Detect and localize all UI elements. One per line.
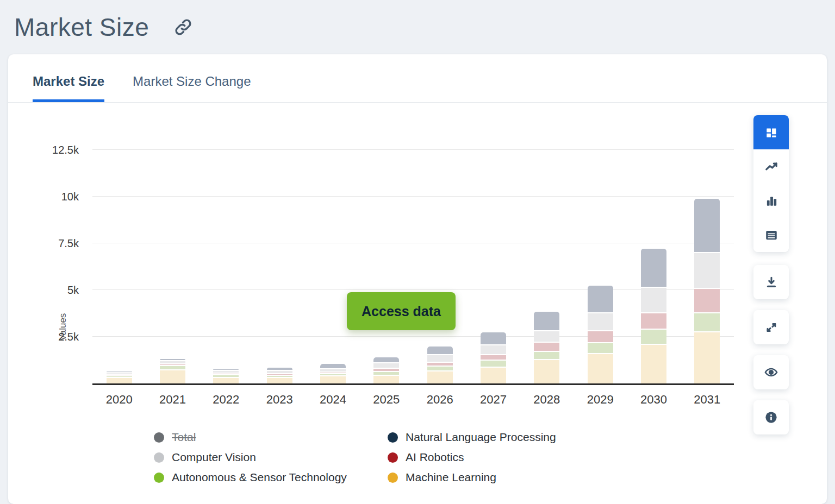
bar-segment[interactable] bbox=[588, 331, 613, 342]
bar-segment[interactable] bbox=[694, 199, 720, 252]
bar-segment[interactable] bbox=[534, 343, 559, 351]
bar-segment[interactable] bbox=[107, 375, 132, 375]
gridline bbox=[92, 196, 734, 197]
bar-segment[interactable] bbox=[427, 346, 453, 354]
bar-segment[interactable] bbox=[267, 378, 292, 383]
bar-segment[interactable] bbox=[534, 331, 559, 342]
tab-market-size[interactable]: Market Size bbox=[33, 74, 104, 102]
access-data-button[interactable]: Access data bbox=[347, 292, 456, 330]
bar-segment[interactable] bbox=[588, 286, 613, 312]
bar-segment[interactable] bbox=[427, 355, 453, 362]
legend-item[interactable]: Total bbox=[154, 431, 388, 444]
legend-item[interactable]: AI Robotics bbox=[388, 451, 556, 464]
chart-type-switcher bbox=[753, 115, 789, 252]
dashboard-view-button[interactable] bbox=[753, 115, 789, 149]
line-chart-button[interactable] bbox=[753, 149, 789, 184]
bar-segment[interactable] bbox=[694, 313, 720, 331]
page: Market Size Market Size Market Size Chan… bbox=[0, 0, 835, 504]
bar-segment[interactable] bbox=[373, 376, 399, 383]
bar-2028[interactable] bbox=[534, 312, 559, 383]
bar-segment[interactable] bbox=[373, 369, 399, 371]
bar-segment[interactable] bbox=[641, 288, 666, 312]
bar-2026[interactable] bbox=[427, 346, 453, 383]
bar-segment[interactable] bbox=[481, 332, 506, 344]
legend-item[interactable]: Natural Language Processing bbox=[388, 431, 556, 444]
bar-segment[interactable] bbox=[373, 363, 399, 368]
x-tick-label: 2021 bbox=[146, 393, 199, 407]
info-button[interactable] bbox=[753, 400, 789, 434]
bar-2030[interactable] bbox=[641, 249, 666, 383]
bar-segment[interactable] bbox=[641, 313, 666, 329]
bar-segment[interactable] bbox=[213, 378, 239, 383]
bar-segment[interactable] bbox=[160, 361, 185, 363]
bar-segment[interactable] bbox=[427, 371, 453, 383]
y-tick-label: 2.5k bbox=[27, 331, 79, 343]
bar-segment[interactable] bbox=[694, 253, 720, 288]
bar-chart-button[interactable] bbox=[753, 184, 789, 218]
bar-2020[interactable] bbox=[107, 371, 132, 383]
page-header: Market Size bbox=[0, 0, 835, 48]
bar-segment[interactable] bbox=[320, 364, 346, 368]
bar-segment[interactable] bbox=[694, 332, 720, 383]
bar-segment[interactable] bbox=[694, 289, 720, 312]
bar-segment[interactable] bbox=[320, 374, 346, 375]
bar-2025[interactable] bbox=[373, 357, 399, 383]
bar-2031[interactable] bbox=[694, 199, 720, 383]
bar-segment[interactable] bbox=[481, 345, 506, 354]
bar-2027[interactable] bbox=[481, 332, 506, 383]
bar-segment[interactable] bbox=[213, 371, 239, 372]
x-tick-label: 2028 bbox=[520, 393, 574, 407]
bar-segment[interactable] bbox=[534, 312, 559, 330]
link-icon[interactable] bbox=[173, 17, 193, 37]
bar-segment[interactable] bbox=[481, 355, 506, 360]
bar-segment[interactable] bbox=[481, 368, 506, 383]
bar-segment[interactable] bbox=[213, 374, 239, 374]
bar-2021[interactable] bbox=[160, 359, 185, 383]
bar-segment[interactable] bbox=[267, 374, 292, 375]
bar-segment[interactable] bbox=[267, 376, 292, 377]
download-button[interactable] bbox=[753, 265, 789, 299]
bar-segment[interactable] bbox=[267, 371, 292, 373]
fullscreen-button[interactable] bbox=[753, 310, 789, 344]
bar-2023[interactable] bbox=[267, 368, 292, 383]
bar-segment[interactable] bbox=[641, 345, 666, 383]
bar-segment[interactable] bbox=[160, 359, 185, 360]
bar-segment[interactable] bbox=[588, 354, 613, 383]
legend-dot-icon bbox=[154, 472, 164, 483]
legend-label: AI Robotics bbox=[406, 451, 464, 464]
bar-segment[interactable] bbox=[427, 367, 453, 370]
bar-segment[interactable] bbox=[160, 370, 185, 383]
bar-2024[interactable] bbox=[320, 364, 346, 383]
bar-segment[interactable] bbox=[641, 249, 666, 287]
legend-item[interactable]: Computer Vision bbox=[154, 451, 388, 464]
bar-segment[interactable] bbox=[534, 352, 559, 359]
bar-segment[interactable] bbox=[534, 360, 559, 383]
bar-segment[interactable] bbox=[588, 313, 613, 330]
bar-segment[interactable] bbox=[160, 364, 185, 365]
bar-segment[interactable] bbox=[107, 376, 132, 377]
x-tick-label: 2027 bbox=[466, 393, 520, 407]
bar-2029[interactable] bbox=[588, 286, 613, 383]
bar-segment[interactable] bbox=[107, 373, 132, 373]
bar-segment[interactable] bbox=[320, 376, 346, 383]
bar-segment[interactable] bbox=[320, 373, 346, 373]
legend-item[interactable]: Autonomous & Sensor Technology bbox=[154, 471, 388, 484]
visibility-button[interactable] bbox=[753, 355, 789, 389]
bar-segment[interactable] bbox=[320, 369, 346, 371]
bar-segment[interactable] bbox=[160, 366, 185, 369]
bar-2022[interactable] bbox=[213, 369, 239, 383]
bar-segment[interactable] bbox=[373, 372, 399, 375]
bar-segment[interactable] bbox=[267, 368, 292, 370]
bar-segment[interactable] bbox=[373, 357, 399, 362]
bar-segment[interactable] bbox=[213, 369, 239, 370]
tab-market-size-change[interactable]: Market Size Change bbox=[133, 74, 251, 102]
table-view-button[interactable] bbox=[753, 218, 789, 252]
bar-segment[interactable] bbox=[107, 371, 132, 371]
bar-segment[interactable] bbox=[427, 363, 453, 366]
bar-segment[interactable] bbox=[107, 378, 132, 383]
bar-segment[interactable] bbox=[213, 375, 239, 377]
legend-item[interactable]: Machine Learning bbox=[388, 471, 556, 484]
bar-segment[interactable] bbox=[481, 361, 506, 367]
bar-segment[interactable] bbox=[641, 330, 666, 344]
bar-segment[interactable] bbox=[588, 343, 613, 353]
